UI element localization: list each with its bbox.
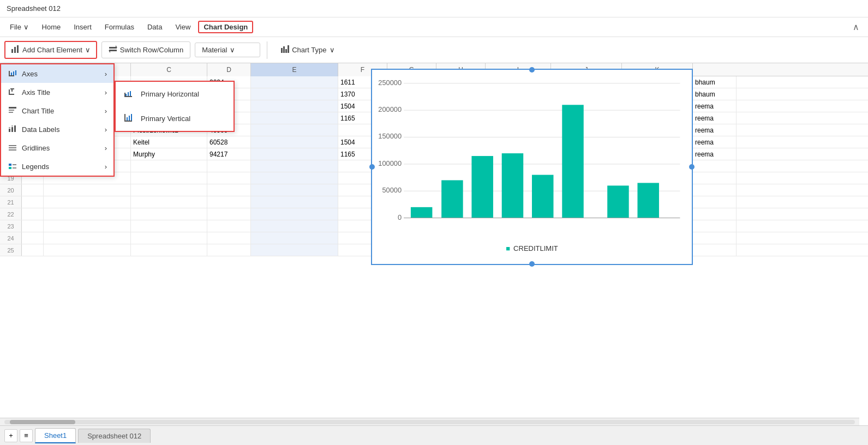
cell-e[interactable] bbox=[251, 208, 338, 220]
cell-d[interactable] bbox=[207, 208, 251, 220]
cell-d[interactable] bbox=[207, 196, 251, 208]
cell-e[interactable] bbox=[251, 244, 338, 256]
tab-spreadsheet-012[interactable]: Spreadsheet 012 bbox=[78, 429, 151, 443]
cell-e[interactable] bbox=[251, 232, 338, 244]
menu-formulas[interactable]: Formulas bbox=[99, 21, 140, 33]
menu-insert[interactable]: Insert bbox=[68, 21, 97, 33]
cell-a[interactable] bbox=[22, 244, 44, 256]
cell-c[interactable] bbox=[131, 196, 207, 208]
sheet-menu-button[interactable]: ≡ bbox=[20, 429, 33, 442]
cell-b[interactable] bbox=[44, 196, 131, 208]
cell-l[interactable] bbox=[693, 184, 737, 196]
cell-c[interactable] bbox=[131, 232, 207, 244]
handle-top-center[interactable] bbox=[529, 67, 535, 73]
scrollbar-area[interactable] bbox=[0, 418, 859, 425]
cell-e[interactable] bbox=[251, 124, 338, 136]
cell-d[interactable] bbox=[207, 172, 251, 184]
menu-view[interactable]: View bbox=[170, 21, 196, 33]
cell-l[interactable]: reema bbox=[693, 148, 737, 160]
cell-l[interactable]: reema bbox=[693, 136, 737, 148]
menu-chart-design[interactable]: Chart Design bbox=[198, 21, 253, 33]
axes-menu-item-axis-title[interactable]: Axis Title › bbox=[1, 83, 113, 101]
cell-c[interactable] bbox=[131, 172, 207, 184]
svg-text:50000: 50000 bbox=[382, 186, 402, 194]
cell-l[interactable]: bhaum bbox=[693, 88, 737, 100]
cell-a[interactable] bbox=[22, 232, 44, 244]
cell-d[interactable] bbox=[207, 244, 251, 256]
cell-a[interactable] bbox=[22, 184, 44, 196]
cell-e[interactable] bbox=[251, 184, 338, 196]
cell-d[interactable] bbox=[207, 220, 251, 232]
cell-a[interactable] bbox=[22, 208, 44, 220]
cell-d[interactable] bbox=[207, 160, 251, 172]
submenu-primary-vertical[interactable]: Primary Vertical bbox=[116, 106, 234, 131]
submenu-primary-horizontal[interactable]: Primary Horizontal bbox=[116, 82, 234, 106]
chart-container[interactable]: 250000 200000 150000 100000 50000 0 bbox=[371, 69, 693, 265]
cell-l[interactable] bbox=[693, 196, 737, 208]
cell-b[interactable] bbox=[44, 208, 131, 220]
chart-type-button[interactable]: Chart Type ∨ bbox=[274, 42, 341, 58]
tab-sheet1[interactable]: Sheet1 bbox=[35, 428, 76, 443]
cell-l[interactable]: reema bbox=[693, 112, 737, 124]
cell-c[interactable] bbox=[131, 208, 207, 220]
menu-home[interactable]: Home bbox=[37, 21, 67, 33]
add-chart-element-button[interactable]: Add Chart Element ∨ bbox=[4, 41, 97, 59]
cell-l[interactable] bbox=[693, 160, 737, 172]
cell-c[interactable] bbox=[131, 160, 207, 172]
material-dropdown[interactable]: Material ∨ bbox=[195, 43, 260, 57]
cell-l[interactable] bbox=[693, 220, 737, 232]
menu-data[interactable]: Data bbox=[142, 21, 167, 33]
cell-b[interactable] bbox=[44, 244, 131, 256]
handle-bottom-center[interactable] bbox=[529, 261, 535, 267]
axes-menu-item-chart-title[interactable]: Chart Title › bbox=[1, 101, 113, 120]
scrollbar-track[interactable] bbox=[4, 420, 855, 424]
cell-c[interactable] bbox=[131, 184, 207, 196]
cell-e[interactable] bbox=[251, 76, 338, 88]
cell-a[interactable] bbox=[22, 196, 44, 208]
axes-menu-item-legends[interactable]: Legends › bbox=[1, 157, 113, 176]
cell-e[interactable] bbox=[251, 148, 338, 160]
cell-e[interactable] bbox=[251, 172, 338, 184]
cell-e[interactable] bbox=[251, 196, 338, 208]
bar-8 bbox=[637, 183, 659, 218]
axes-menu-item-axes[interactable]: Axes › bbox=[1, 64, 113, 83]
cell-c[interactable] bbox=[131, 244, 207, 256]
menu-file[interactable]: File ∨ bbox=[4, 21, 34, 33]
axes-menu-item-data-labels[interactable]: Data Labels › bbox=[1, 120, 113, 139]
scrollbar-thumb[interactable] bbox=[10, 420, 75, 424]
cell-c[interactable] bbox=[131, 220, 207, 232]
svg-rect-57 bbox=[131, 114, 132, 121]
cell-e[interactable] bbox=[251, 112, 338, 124]
cell-b[interactable] bbox=[44, 184, 131, 196]
cell-d[interactable] bbox=[207, 184, 251, 196]
gridlines-arrow: › bbox=[105, 144, 107, 152]
cell-e[interactable] bbox=[251, 160, 338, 172]
cell-d[interactable]: 94217 bbox=[207, 148, 251, 160]
cell-c[interactable]: Keitel bbox=[131, 136, 207, 148]
cell-d[interactable] bbox=[207, 232, 251, 244]
cell-l[interactable]: reema bbox=[693, 100, 737, 112]
cell-l[interactable] bbox=[693, 232, 737, 244]
svg-rect-56 bbox=[129, 116, 130, 121]
add-sheet-button[interactable]: + bbox=[4, 429, 17, 442]
chevron-down-icon2: ∨ bbox=[230, 46, 235, 54]
cell-l[interactable] bbox=[693, 172, 737, 184]
handle-middle-right[interactable] bbox=[689, 164, 695, 170]
cell-l[interactable]: bhaum bbox=[693, 76, 737, 88]
cell-c[interactable]: Murphy bbox=[131, 148, 207, 160]
cell-l[interactable] bbox=[693, 244, 737, 256]
handle-middle-left[interactable] bbox=[369, 164, 375, 170]
cell-l[interactable]: reema bbox=[693, 124, 737, 136]
close-button[interactable]: ∧ bbox=[848, 22, 864, 32]
cell-e[interactable] bbox=[251, 220, 338, 232]
cell-d[interactable]: 60528 bbox=[207, 136, 251, 148]
cell-e[interactable] bbox=[251, 100, 338, 112]
cell-l[interactable] bbox=[693, 208, 737, 220]
cell-b[interactable] bbox=[44, 232, 131, 244]
axes-menu-item-gridlines[interactable]: Gridlines › bbox=[1, 139, 113, 157]
cell-e[interactable] bbox=[251, 136, 338, 148]
cell-a[interactable] bbox=[22, 220, 44, 232]
switch-row-column-button[interactable]: Switch Row/Column bbox=[101, 41, 190, 58]
cell-e[interactable] bbox=[251, 88, 338, 100]
cell-b[interactable] bbox=[44, 220, 131, 232]
